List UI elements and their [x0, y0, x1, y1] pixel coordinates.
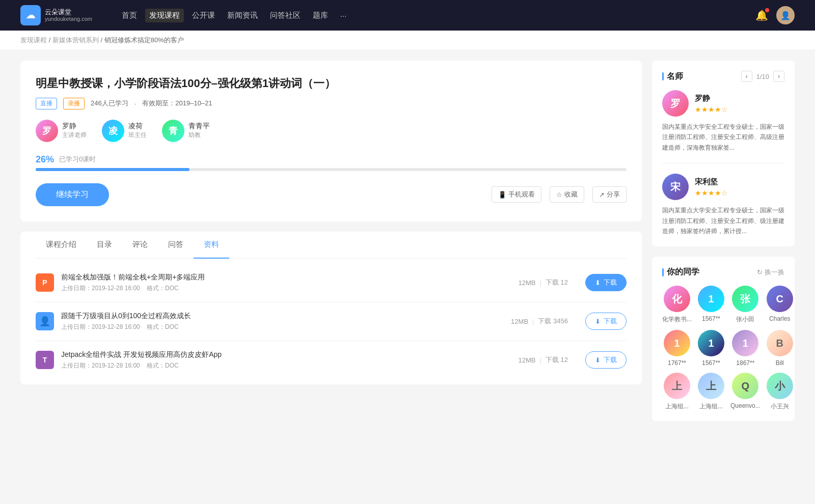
user-avatar-header[interactable]: 👤 — [776, 6, 795, 24]
classmate-8[interactable]: 上 上海组... — [662, 373, 692, 411]
teacher-card-1: 宋 宋利坚 ★★★★☆ 国内某重点大学安全工程专业硕士，国家一级注册消防工程师、… — [662, 174, 784, 236]
resource-item-1: 👤 跟随千万级项目从0到100全过程高效成长 上传日期：2019-12-28 1… — [36, 302, 627, 341]
classmate-4-name: 1767** — [668, 359, 686, 367]
continue-learning-button[interactable]: 继续学习 — [36, 183, 109, 206]
refresh-icon: ↻ — [757, 268, 763, 276]
classmate-0[interactable]: 化 化学教书... — [662, 286, 692, 324]
classmate-11[interactable]: 小 小王兴 — [767, 373, 793, 411]
header: ☁ 云朵课堂 yundouketang.com 首页 发现课程 公开课 新闻资讯… — [0, 0, 815, 31]
teacher-card-1-name: 宋利坚 — [695, 177, 728, 187]
classmate-4-avatar: 1 — [664, 330, 690, 356]
nav-item-news[interactable]: 新闻资讯 — [223, 9, 262, 22]
classmate-6[interactable]: 1 1867** — [730, 330, 760, 367]
tab-catalog[interactable]: 目录 — [87, 232, 122, 259]
classmate-2[interactable]: 张 张小田 — [730, 286, 760, 324]
teachers-panel-nav: ‹ 1/10 › — [741, 71, 784, 82]
teacher-card-0: 罗 罗静 ★★★★☆ 国内某重点大学安全工程专业硕士，国家一级注册消防工程师、注… — [662, 90, 784, 163]
badge-replay: 录播 — [63, 98, 85, 109]
breadcrumb-link-series[interactable]: 新媒体营销系列 — [52, 36, 99, 44]
classmate-9-avatar: 上 — [698, 373, 724, 399]
teacher-1: 凌 凌荷 班主任 — [102, 120, 147, 142]
mobile-watch-label: 手机观看 — [508, 190, 535, 199]
download-button-0[interactable]: ⬇ 下载 — [585, 274, 627, 291]
nav-item-qa[interactable]: 问答社区 — [266, 9, 305, 22]
collect-label: 收藏 — [564, 190, 578, 199]
classmate-3[interactable]: C Charles — [767, 286, 793, 324]
teacher-1-avatar: 凌 — [102, 120, 124, 142]
share-button[interactable]: ↗ 分享 — [592, 186, 627, 203]
classmate-5-avatar: 1 — [698, 330, 724, 356]
classmate-10[interactable]: Q Queenvo... — [730, 373, 760, 411]
refresh-label: 换一换 — [765, 268, 784, 277]
resource-title-1: 跟随千万级项目从0到100全过程高效成长 — [61, 312, 494, 321]
notification-bell[interactable]: 🔔 — [755, 9, 768, 21]
classmates-panel-title: 你的同学 — [662, 267, 699, 277]
teacher-0-info: 罗静 主讲老师 — [62, 122, 87, 139]
nav-item-opencourse[interactable]: 公开课 — [188, 9, 219, 22]
share-label: 分享 — [607, 190, 620, 199]
teacher-1-name: 凌荷 — [128, 122, 147, 131]
teacher-card-0-avatar: 罗 — [662, 90, 689, 117]
tab-intro[interactable]: 课程介绍 — [36, 232, 87, 259]
teacher-card-0-name: 罗静 — [695, 94, 728, 103]
notification-dot — [765, 8, 769, 12]
teacher-0: 罗 罗静 主讲老师 — [36, 120, 87, 142]
teacher-card-0-desc: 国内某重点大学安全工程专业硕士，国家一级注册消防工程师、注册安全工程师、高级注册… — [662, 122, 784, 153]
resource-stats-0: 12MB | 下载 12 — [519, 278, 568, 287]
classmate-5[interactable]: 1 1567** — [698, 330, 724, 367]
teachers-prev-button[interactable]: ‹ — [741, 71, 752, 82]
classmate-8-avatar: 上 — [664, 373, 690, 399]
classmate-9[interactable]: 上 上海组... — [698, 373, 724, 411]
download-icon-0: ⬇ — [595, 279, 601, 287]
classmate-0-name: 化学教书... — [662, 315, 692, 324]
teachers-page-info: 1/10 — [756, 73, 769, 80]
left-panel: 明星中教授课，小学阶段语法100分–强化级第1讲动词（一） 直播 录播 246人… — [20, 61, 642, 431]
classmate-1[interactable]: 1 1567** — [698, 286, 724, 324]
nav-item-discover[interactable]: 发现课程 — [145, 9, 184, 22]
resource-title-0: 前端全栈加强版！前端全栈+全周期+多端应用 — [61, 273, 501, 282]
classmates-refresh-button[interactable]: ↻ 换一换 — [757, 268, 784, 277]
tab-qa[interactable]: 问答 — [158, 232, 194, 259]
collect-button[interactable]: ☆ 收藏 — [550, 186, 584, 203]
classmate-9-name: 上海组... — [699, 402, 723, 411]
classmate-10-avatar: Q — [732, 373, 758, 399]
mobile-watch-button[interactable]: 📱 手机观看 — [492, 186, 541, 203]
progress-bar-fill — [36, 168, 189, 171]
classmate-4[interactable]: 1 1767** — [662, 330, 692, 367]
teacher-2-role: 助教 — [188, 131, 210, 139]
nav-item-more[interactable]: ··· — [336, 9, 351, 22]
classmate-1-name: 1567** — [702, 315, 720, 322]
download-button-1[interactable]: ⬇ 下载 — [585, 313, 627, 330]
download-button-2[interactable]: ⬇ 下载 — [585, 351, 627, 369]
tab-resources[interactable]: 资料 — [194, 232, 229, 259]
logo-text: 云朵课堂 yundouketang.com — [45, 8, 92, 23]
tab-comments[interactable]: 评论 — [122, 232, 158, 259]
teacher-card-0-header: 罗 罗静 ★★★★☆ — [662, 90, 784, 117]
breadcrumb-link-discover[interactable]: 发现课程 — [20, 36, 47, 44]
resource-item-0: P 前端全栈加强版！前端全栈+全周期+多端应用 上传日期：2019-12-28 … — [36, 264, 627, 302]
nav-item-home[interactable]: 首页 — [118, 9, 141, 22]
logo[interactable]: ☁ 云朵课堂 yundouketang.com — [20, 5, 92, 25]
resource-meta-1: 上传日期：2019-12-28 16:00 格式：DOC — [61, 323, 494, 331]
nav-item-quiz[interactable]: 题库 — [309, 9, 332, 22]
teacher-card-1-avatar: 宋 — [662, 174, 689, 200]
main-content: 明星中教授课，小学阶段语法100分–强化级第1讲动词（一） 直播 录播 246人… — [0, 50, 815, 441]
teacher-0-avatar: 罗 — [36, 120, 58, 142]
resource-stats-1: 12MB | 下载 3456 — [511, 317, 568, 326]
classmate-1-avatar: 1 — [698, 286, 724, 312]
teacher-card-1-stars: ★★★★☆ — [695, 189, 728, 197]
mobile-icon: 📱 — [498, 191, 506, 199]
resource-info-2: Jetpack全组件实战 开发短视频应用高仿皮皮虾App 上传日期：2019-1… — [61, 350, 501, 370]
resource-stats-2: 12MB | 下载 12 — [519, 355, 568, 365]
classmates-panel-header: 你的同学 ↻ 换一换 — [662, 267, 784, 277]
resource-icon-2: T — [36, 351, 54, 369]
tabs: 课程介绍 目录 评论 问答 资料 — [36, 232, 627, 259]
download-icon-2: ⬇ — [595, 356, 601, 364]
teachers-next-button[interactable]: › — [773, 71, 784, 82]
resource-title-2: Jetpack全组件实战 开发短视频应用高仿皮皮虾App — [61, 350, 501, 359]
teacher-2-name: 青青平 — [188, 122, 210, 131]
teacher-1-info: 凌荷 班主任 — [128, 122, 147, 139]
teacher-2-avatar: 青 — [162, 120, 184, 142]
classmate-7[interactable]: B Bill — [767, 330, 793, 367]
classmate-11-avatar: 小 — [767, 373, 793, 399]
